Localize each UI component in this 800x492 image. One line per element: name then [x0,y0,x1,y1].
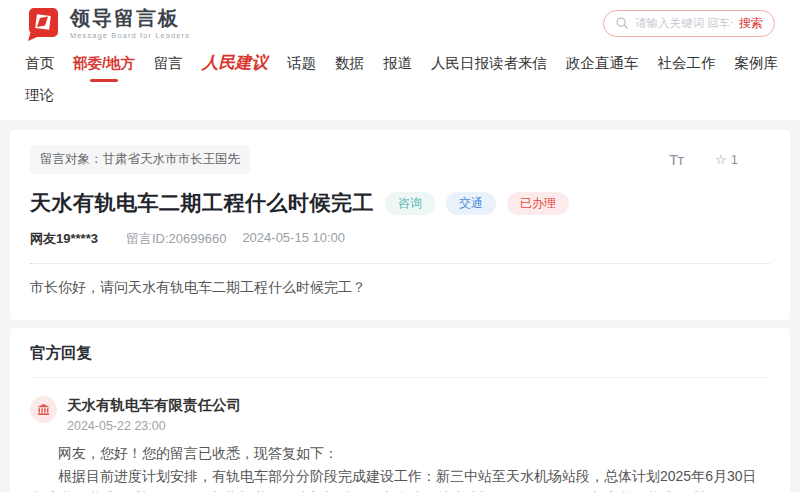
logo-title: 领导留言板 [70,7,190,29]
search-button[interactable]: 搜索 [739,15,763,32]
reply-time: 2024-05-22 23:00 [67,419,241,433]
nav-item-home[interactable]: 首页 [25,54,54,73]
message-time: 2024-05-15 10:00 [242,230,345,248]
nav-item-case-library[interactable]: 案例库 [735,54,779,73]
nav-item-reader-letters[interactable]: 人民日报读者来信 [431,54,547,73]
message-body: 市长你好，请问天水有轨电车二期工程什么时候完工？ [30,279,770,305]
tag-status-done: 已办理 [507,192,569,215]
nav-item-topics[interactable]: 话题 [287,54,316,73]
top-header: 领导留言板 Message Board for Leaders 搜索 [0,0,800,46]
search-input[interactable] [635,17,733,29]
nav-item-social-work[interactable]: 社会工作 [658,54,716,73]
site-logo[interactable]: 领导留言板 Message Board for Leaders [25,5,190,41]
reply-paragraph: 根据目前进度计划安排，有轨电车部分分阶段完成建设工作：新三中站至天水机场站段，总… [30,465,762,492]
official-reply-title: 官方回复 [30,343,770,378]
star-count: 1 [731,152,738,167]
message-target-badge: 留言对象：甘肃省天水市市长王国先 [30,145,250,174]
message-title: 天水有轨电车二期工程什么时候完工 [30,189,374,217]
reply-body: 网友，您好！您的留言已收悉，现答复如下： 根据目前进度计划安排，有轨电车部分分阶… [30,442,770,492]
message-card: 留言对象：甘肃省天水市市长王国先 Tт ☆ 1 天水有轨电车二期工程什么时候完工… [10,130,790,320]
tag-consult: 咨询 [385,192,435,215]
nav-item-ministries-local[interactable]: 部委/地方 [73,54,135,73]
nav-item-reports[interactable]: 报道 [383,54,412,73]
page-body: 留言对象：甘肃省天水市市长王国先 Tт ☆ 1 天水有轨电车二期工程什么时候完工… [0,120,800,492]
nav-item-theory[interactable]: 理论 [25,86,54,105]
nav-item-gov-enterprise[interactable]: 政企直通车 [566,54,639,73]
star-icon: ☆ [715,152,727,167]
official-reply-card: 官方回复 天水有轨电车有限责任公司 2024-05-22 23:00 [10,328,790,492]
nav-item-messages[interactable]: 留言 [154,54,183,73]
reply-paragraph: 网友，您好！您的留言已收悉，现答复如下： [30,442,762,465]
tag-traffic: 交通 [446,192,496,215]
government-building-icon [36,402,51,417]
star-button[interactable]: ☆ 1 [715,152,738,167]
message-id: 留言ID:20699660 [126,230,226,248]
logo-bubble-icon [25,5,61,41]
org-avatar [30,396,57,423]
nav-item-data[interactable]: 数据 [335,54,364,73]
nav-item-peoples-suggestions[interactable]: 人民建议 [202,52,268,74]
main-nav: 首页 部委/地方 留言 人民建议 话题 数据 报道 人民日报读者来信 政企直通车… [0,46,800,120]
logo-subtitle: Message Board for Leaders [70,31,190,40]
reply-org-name: 天水有轨电车有限责任公司 [67,396,241,415]
search-icon [615,16,629,30]
font-size-icon[interactable]: Tт [669,151,683,168]
message-author: 网友19****3 [30,230,98,248]
search-box[interactable]: 搜索 [603,10,775,37]
